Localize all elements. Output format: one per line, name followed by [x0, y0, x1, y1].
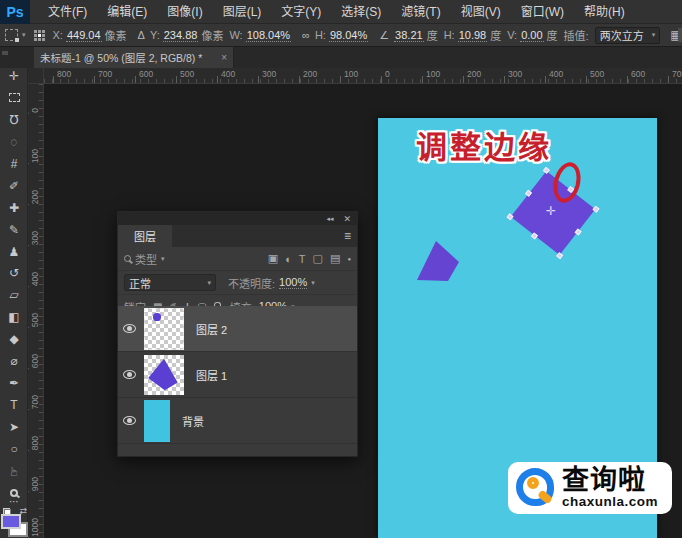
- menu-item-9[interactable]: 帮助(H): [574, 0, 635, 24]
- transform-handle[interactable]: [525, 190, 532, 197]
- transform-handle[interactable]: [507, 213, 514, 220]
- eraser-tool[interactable]: ▱: [0, 289, 28, 302]
- preset-caret-icon[interactable]: ▾: [22, 31, 26, 39]
- vertical-ruler[interactable]: 01002003004005006007008009001000: [28, 84, 44, 538]
- filter-shape-layers-icon[interactable]: ▢: [313, 252, 323, 265]
- layer-row[interactable]: 图层 1: [118, 352, 357, 398]
- clone-stamp-tool[interactable]: ♟: [0, 246, 28, 259]
- crop-tool[interactable]: #: [0, 158, 28, 171]
- interpolation-select[interactable]: 两次立方 ▾: [595, 27, 661, 44]
- layer-name[interactable]: 背景: [182, 413, 204, 429]
- eyedropper-icon: ✐: [9, 179, 19, 193]
- layer-name[interactable]: 图层 2: [196, 321, 227, 337]
- menu-item-5[interactable]: 选择(S): [331, 0, 391, 24]
- document-tab[interactable]: 未标题-1 @ 50% (图层 2, RGB/8) * ×: [34, 47, 234, 68]
- width-value-input[interactable]: 108.04%: [246, 29, 291, 42]
- maintain-aspect-ratio-icon[interactable]: ∞: [302, 29, 310, 41]
- menu-item-8[interactable]: 窗口(W): [511, 0, 574, 24]
- dodge-icon: ⌀: [10, 354, 17, 368]
- shape-tool[interactable]: ○: [0, 443, 28, 456]
- type-tool[interactable]: T: [0, 399, 28, 412]
- y-value-input[interactable]: 234.88: [163, 29, 199, 42]
- close-panel-icon[interactable]: ✕: [343, 214, 351, 224]
- reference-point-locator[interactable]: [34, 30, 45, 41]
- horizontal-ruler[interactable]: 8007006005004003002001000100200300400500…: [28, 68, 682, 84]
- panel-title-bar[interactable]: ◂◂ ✕: [118, 212, 357, 225]
- collapse-panel-icon[interactable]: ◂◂: [326, 215, 333, 223]
- crop-icon: #: [11, 157, 18, 171]
- layer-filter-row: 类型 ▾ ▣ ◐ T ▢ ▤ ●: [118, 247, 357, 271]
- history-brush-tool[interactable]: ↺: [0, 267, 28, 280]
- layer-thumbnail[interactable]: [144, 308, 184, 350]
- pen-tool[interactable]: ✒: [0, 377, 28, 390]
- v-skew-value-input[interactable]: 0.00: [520, 29, 543, 42]
- menu-item-4[interactable]: 文字(Y): [271, 0, 331, 24]
- hruler-label: 100: [424, 69, 438, 84]
- rectangular-marquee-icon: [9, 93, 20, 102]
- menu-item-2[interactable]: 图像(I): [157, 0, 212, 24]
- brush-tool[interactable]: ✎: [0, 224, 28, 237]
- layer-name[interactable]: 图层 1: [196, 367, 227, 383]
- tab-layers[interactable]: 图层: [118, 225, 172, 247]
- lasso-tool[interactable]: ℧: [0, 114, 28, 127]
- transform-handle[interactable]: [556, 252, 563, 259]
- rectangular-marquee-tool[interactable]: [0, 92, 28, 105]
- filter-toggle-icon[interactable]: ●: [347, 256, 351, 262]
- eyedropper-tool[interactable]: ✐: [0, 180, 28, 193]
- x-value-input[interactable]: 449.04: [66, 29, 102, 42]
- transform-center-point-icon[interactable]: ✛: [546, 204, 556, 218]
- layer-row-selected[interactable]: 图层 2: [118, 306, 357, 352]
- menu-item-1[interactable]: 编辑(E): [97, 0, 157, 24]
- transform-handle[interactable]: [531, 232, 538, 239]
- chevron-down-icon[interactable]: ▾: [161, 255, 165, 263]
- menu-item-7[interactable]: 视图(V): [451, 0, 511, 24]
- path-selection-icon: ➤: [9, 420, 19, 434]
- menu-item-3[interactable]: 图层(L): [213, 0, 272, 24]
- layer-row[interactable]: 背景: [118, 398, 357, 444]
- filter-pixel-layers-icon[interactable]: ▣: [268, 252, 278, 265]
- foreground-color-swatch[interactable]: [1, 514, 21, 529]
- menu-item-0[interactable]: 文件(F): [38, 0, 97, 24]
- height-value-input[interactable]: 98.04%: [329, 29, 368, 42]
- panel-menu-icon[interactable]: ≡: [344, 229, 351, 243]
- chevron-down-icon[interactable]: ▾: [311, 279, 315, 287]
- opacity-value-input[interactable]: 100%: [279, 276, 307, 289]
- transform-handle[interactable]: [592, 206, 599, 213]
- lasso-icon: ℧: [9, 113, 18, 127]
- transform-handle[interactable]: [575, 228, 582, 235]
- spot-healing-brush-icon: ✚: [9, 201, 19, 215]
- menu-item-6[interactable]: 滤镜(T): [391, 0, 450, 24]
- vruler-label: 700: [30, 395, 40, 409]
- filter-adjustment-layers-icon[interactable]: ◐: [285, 253, 292, 265]
- layer-thumbnail[interactable]: [144, 400, 170, 442]
- dodge-tool[interactable]: ⌀: [0, 355, 28, 368]
- rotation-value-input[interactable]: 38.21: [394, 29, 424, 42]
- opacity-label: 不透明度:: [228, 275, 275, 291]
- move-tool[interactable]: ✛: [0, 70, 28, 83]
- relative-positioning-icon[interactable]: Δ: [138, 29, 145, 41]
- ruler-corner[interactable]: [28, 68, 44, 84]
- clipped-toolbar-icon: [678, 28, 682, 42]
- visibility-eye-icon[interactable]: [123, 416, 136, 425]
- h-skew-value-input[interactable]: 10.98: [458, 29, 488, 42]
- visibility-eye-icon[interactable]: [123, 324, 136, 333]
- path-selection-tool[interactable]: ➤: [0, 421, 28, 434]
- blend-mode-value: 正常: [129, 275, 151, 291]
- spot-healing-brush-tool[interactable]: ✚: [0, 202, 28, 215]
- h-skew-unit: 度: [490, 27, 501, 43]
- blur-tool[interactable]: ◆: [0, 333, 28, 346]
- quick-selection-tool[interactable]: ◌: [0, 136, 28, 149]
- hand-tool[interactable]: ☞: [0, 465, 28, 478]
- filter-smart-objects-icon[interactable]: ▤: [330, 252, 340, 265]
- transform-tool-preset-icon[interactable]: [5, 29, 18, 41]
- gradient-tool[interactable]: ◧: [0, 311, 28, 324]
- transform-handle[interactable]: [543, 167, 550, 174]
- blend-mode-select[interactable]: 正常 ▾: [124, 274, 216, 291]
- close-icon[interactable]: ×: [221, 52, 227, 63]
- filter-type-layers-icon[interactable]: T: [299, 253, 306, 265]
- chaxunla-logo-icon: [514, 466, 558, 510]
- filter-type-label[interactable]: 类型: [135, 251, 157, 267]
- visibility-eye-icon[interactable]: [123, 370, 136, 379]
- x-unit: 像素: [105, 27, 127, 43]
- layer-thumbnail[interactable]: [144, 355, 184, 395]
